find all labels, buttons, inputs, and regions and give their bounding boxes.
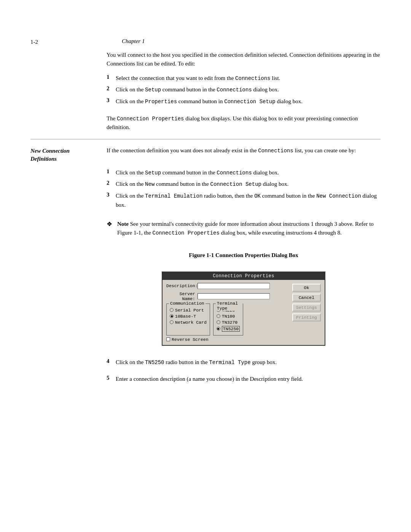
10base-t-radio-btn[interactable] <box>170 314 174 318</box>
step-5: 5 Enter a connection description (a name… <box>107 375 381 383</box>
reverse-screen-label: Reverse Screen <box>172 337 209 342</box>
note-icon: ❖ <box>107 220 117 238</box>
new-step-2: 2 Click on the New command button in the… <box>107 180 381 189</box>
new-steps-row: 1 Click on the Setup command button in t… <box>30 168 381 212</box>
new-step-1: 1 Click on the Setup command button in t… <box>107 168 381 177</box>
description-field-row: Description: <box>166 283 289 289</box>
dialog-groups: Communication Serial Port 10 <box>166 304 289 335</box>
edit-steps-row: 1 Select the connection that you want to… <box>30 74 381 109</box>
description-label: Description: <box>166 283 198 288</box>
tn5250-radio[interactable]: TN5250 <box>217 326 240 332</box>
server-name-input[interactable] <box>198 293 270 299</box>
tn3270-radio-btn[interactable] <box>217 320 220 324</box>
new-steps: 1 Click on the Setup command button in t… <box>107 168 381 212</box>
connection-properties-dialog[interactable]: Connection Properties Description: <box>162 272 325 346</box>
serial-port-radio-btn[interactable] <box>170 308 174 312</box>
figure-caption: Figure 1-1 Connection Properties Dialog … <box>107 252 381 259</box>
dialog-wrapper: Connection Properties Description: <box>107 272 381 346</box>
note-row: ❖ Note See your terminal's connectivity … <box>30 217 381 241</box>
intro-paragraph-row: You will connect to the host you specifi… <box>30 51 381 69</box>
figure-row: Connection Properties Description: <box>30 268 381 353</box>
edit-step-3: 3 Click on the Properties command button… <box>107 97 381 106</box>
ok-button[interactable]: Ok <box>292 284 321 292</box>
step4-row: 4 Click on the TN5250 radio button in th… <box>30 358 381 370</box>
terminal-type-group: Terminal Type TN220 TN100 <box>213 304 243 335</box>
tn100-radio-btn[interactable] <box>217 314 220 318</box>
10base-t-label: 10Base-T <box>175 314 196 319</box>
tn100-radio[interactable]: TN100 <box>217 314 240 319</box>
note: ❖ Note See your terminal's connectivity … <box>107 220 381 238</box>
intro-paragraph: You will connect to the host you specifi… <box>107 51 381 69</box>
new-connection-row: New Connection Definitions If the connec… <box>30 146 381 163</box>
tn3270-label: TN3270 <box>222 320 237 325</box>
dialog-buttons: Ok Cancel Settings Printing <box>289 283 321 342</box>
tn5250-label: TN5250 <box>222 326 240 332</box>
new-step-3: 3 Click on the Terminal Emulation radio … <box>107 192 381 209</box>
network-card-radio-btn[interactable] <box>170 320 174 324</box>
server-name-field-row: Server Name: <box>166 291 289 301</box>
figure-caption-row: Figure 1-1 Connection Properties Dialog … <box>30 247 381 262</box>
cancel-button[interactable]: Cancel <box>292 294 321 302</box>
10base-t-radio[interactable]: 10Base-T <box>170 314 207 319</box>
new-connection-intro: If the connection definition you want do… <box>107 146 381 163</box>
dialog-titlebar: Connection Properties <box>162 272 325 280</box>
new-connection-heading: New Connection Definitions <box>30 146 107 163</box>
reverse-screen-row[interactable]: Reverse Screen <box>166 337 289 342</box>
dialog-body: Description: Server Name: <box>162 280 325 345</box>
communication-group: Communication Serial Port 10 <box>166 304 210 335</box>
server-name-label: Server Name: <box>166 291 198 301</box>
communication-legend: Communication <box>169 301 206 306</box>
printing-button[interactable]: Printing <box>292 313 321 321</box>
edit-note-row: The Connection Properties dialog box dis… <box>30 114 381 132</box>
tn100-label: TN100 <box>222 314 235 319</box>
step-4: 4 Click on the TN5250 radio button in th… <box>107 358 381 367</box>
chapter-title: Chapter 1 <box>107 38 381 45</box>
header-row: 1-2 Chapter 1 <box>30 38 381 45</box>
serial-port-radio[interactable]: Serial Port <box>170 308 207 313</box>
edit-steps: 1 Select the connection that you want to… <box>107 74 381 109</box>
step5-row: 5 Enter a connection description (a name… <box>30 375 381 386</box>
network-card-label: Network Card <box>175 320 207 325</box>
reverse-screen-checkbox[interactable] <box>166 337 170 341</box>
network-card-radio[interactable]: Network Card <box>170 320 207 325</box>
page: 1-2 Chapter 1 You will connect to the ho… <box>0 23 411 415</box>
tn3270-radio[interactable]: TN3270 <box>217 320 240 325</box>
tn5250-radio-btn[interactable] <box>217 327 220 331</box>
section-divider <box>30 139 381 139</box>
description-input[interactable] <box>198 283 270 289</box>
page-number: 1-2 <box>30 38 107 45</box>
dialog-main: Description: Server Name: <box>166 283 289 342</box>
edit-step-1: 1 Select the connection that you want to… <box>107 74 381 83</box>
settings-button[interactable]: Settings <box>292 304 321 312</box>
edit-step-2: 2 Click on the Setup command button in t… <box>107 85 381 94</box>
serial-port-label: Serial Port <box>175 308 204 313</box>
terminal-type-legend: Terminal Type <box>216 301 243 311</box>
